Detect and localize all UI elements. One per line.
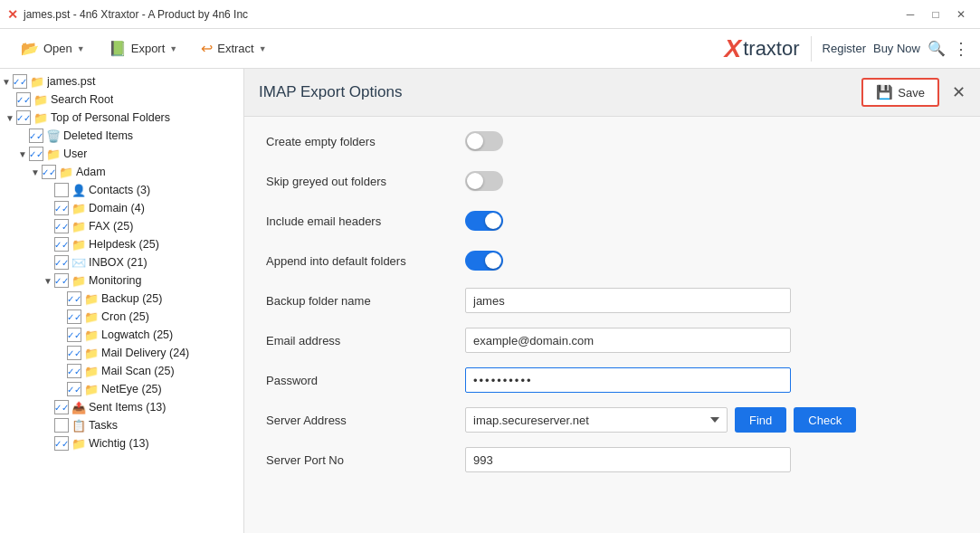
tree-item-label: Logwatch (25) (101, 328, 173, 341)
tree-item-label: Cron (25) (101, 310, 149, 323)
toggle-switch[interactable] (465, 211, 503, 231)
tree-item-label: FAX (25) (89, 220, 133, 233)
toggle-thumb (485, 213, 501, 229)
tree-item[interactable]: ✓📁NetEye (25) (0, 380, 243, 398)
tree-checkbox[interactable]: ✓ (67, 364, 81, 378)
tree-checkbox[interactable]: ✓ (67, 346, 81, 360)
form-label: Skip greyed out folders (266, 175, 465, 188)
tree-checkbox[interactable] (54, 183, 69, 197)
save-button[interactable]: 💾 Save (861, 78, 939, 107)
tree-item-label: User (63, 148, 87, 160)
register-link[interactable]: Register (823, 42, 866, 55)
toggle-switch[interactable] (465, 131, 503, 151)
folder-icon: 📁 (46, 148, 61, 161)
restore-button[interactable]: □ (924, 5, 947, 24)
tree-item[interactable]: 📋Tasks (0, 416, 243, 434)
form-label: Email address (266, 334, 465, 347)
expand-arrow[interactable]: ▼ (42, 276, 54, 286)
tree-item[interactable]: ✓📁Wichtig (13) (0, 434, 243, 452)
tree-checkbox[interactable]: ✓ (54, 273, 69, 288)
toggle-switch[interactable] (465, 171, 503, 191)
tree-item[interactable]: ✓📁Search Root (0, 90, 243, 109)
tree-checkbox[interactable]: ✓ (16, 92, 31, 107)
tree-checkbox[interactable]: ✓ (67, 309, 81, 324)
tree-item[interactable]: ✓📁Domain (4) (0, 199, 243, 217)
title-bar: ✕ james.pst - 4n6 Xtraxtor - A Product b… (0, 0, 980, 29)
form-row: Backup folder name (266, 287, 958, 314)
tree-item[interactable]: ✓📁Backup (25) (0, 290, 243, 308)
tree-checkbox[interactable]: ✓ (54, 219, 69, 233)
brand-x-letter: X (725, 34, 742, 63)
tree-checkbox[interactable]: ✓ (67, 328, 81, 342)
close-panel-button[interactable]: ✕ (952, 82, 966, 102)
sidebar: ▼✓📁james.pst✓📁Search Root▼✓📁Top of Perso… (0, 69, 244, 533)
tree-checkbox[interactable]: ✓ (54, 436, 69, 451)
export-button[interactable]: 📗 Export ▼ (99, 34, 188, 62)
tree-checkbox[interactable]: ✓ (54, 400, 69, 414)
extract-button[interactable]: ↩ Extract ▼ (191, 34, 276, 62)
tree-item[interactable]: ✓📁Cron (25) (0, 308, 243, 326)
form-control (465, 328, 958, 353)
tree-checkbox[interactable]: ✓ (29, 128, 43, 143)
search-button[interactable]: 🔍 (928, 40, 946, 57)
toggle-switch[interactable] (465, 251, 503, 271)
tree-item[interactable]: ▼✓📁Adam (0, 163, 243, 181)
expand-arrow[interactable]: ▼ (29, 167, 42, 177)
expand-arrow[interactable]: ▼ (0, 77, 13, 87)
text-input[interactable] (465, 288, 791, 313)
close-window-button[interactable]: ✕ (949, 5, 973, 24)
tree-item-label: Monitoring (89, 274, 141, 287)
buynow-link[interactable]: Buy Now (873, 42, 920, 55)
tree-checkbox[interactable]: ✓ (13, 74, 27, 89)
find-button[interactable]: Find (735, 407, 786, 433)
expand-arrow[interactable]: ▼ (16, 149, 29, 159)
tree-item-label: Backup (25) (101, 292, 162, 305)
form-area: Create empty foldersSkip greyed out fold… (244, 117, 980, 533)
tree-item[interactable]: ✓📁Mail Scan (25) (0, 362, 243, 380)
form-control (465, 171, 958, 191)
folder-icon: 📁 (71, 238, 86, 252)
password-input[interactable] (465, 367, 791, 393)
tree-checkbox[interactable]: ✓ (67, 291, 81, 306)
form-row: Create empty folders (266, 128, 958, 155)
tree-item-label: Sent Items (13) (89, 401, 166, 414)
tree-item[interactable]: ✓📁Mail Delivery (24) (0, 344, 243, 362)
expand-arrow[interactable]: ▼ (4, 113, 16, 123)
tree-checkbox[interactable]: ✓ (29, 147, 43, 161)
tree-item[interactable]: ✓📁Helpdesk (25) (0, 235, 243, 253)
tree-item-label: Helpdesk (25) (89, 238, 159, 251)
tree-checkbox[interactable]: ✓ (54, 255, 69, 270)
tree-item[interactable]: 👤Contacts (3) (0, 181, 243, 199)
tree-item[interactable]: ✓🗑️Deleted Items (0, 127, 243, 145)
more-options-button[interactable]: ⋮ (953, 39, 969, 59)
tree-item[interactable]: ✓📁Logwatch (25) (0, 326, 243, 344)
tree-checkbox[interactable]: ✓ (54, 237, 69, 252)
text-input[interactable] (465, 328, 791, 353)
server-address-select[interactable]: imap.secureserver.netimap.gmail.comimap.… (465, 407, 728, 433)
open-button[interactable]: 📂 Open ▼ (11, 34, 95, 62)
form-label: Append into default folders (266, 254, 465, 268)
export-label: Export (131, 42, 166, 55)
tree-item-label: Search Root (51, 93, 113, 106)
tree-item[interactable]: ▼✓📁Top of Personal Folders (0, 109, 243, 127)
toolbar: 📂 Open ▼ 📗 Export ▼ ↩ Extract ▼ X traxto… (0, 29, 980, 69)
extract-dropdown-arrow: ▼ (259, 44, 267, 53)
form-control (465, 367, 958, 393)
tree-item[interactable]: ▼✓📁User (0, 145, 243, 163)
text-input[interactable] (465, 447, 791, 472)
tree-item[interactable]: ✓✉️INBOX (21) (0, 253, 243, 271)
tree-item-label: Adam (76, 166, 106, 178)
tree-checkbox[interactable]: ✓ (54, 201, 69, 215)
tree-checkbox[interactable] (54, 418, 69, 433)
tree-checkbox[interactable]: ✓ (42, 165, 56, 179)
folder-icon: 🗑️ (46, 129, 61, 143)
tree-item[interactable]: ▼✓📁james.pst (0, 72, 243, 90)
tree-item[interactable]: ✓📁FAX (25) (0, 217, 243, 235)
form-label: Create empty folders (266, 135, 465, 148)
minimize-button[interactable]: ─ (899, 5, 922, 24)
tree-item[interactable]: ✓📤Sent Items (13) (0, 398, 243, 416)
tree-checkbox[interactable]: ✓ (16, 110, 31, 125)
tree-item[interactable]: ▼✓📁Monitoring (0, 271, 243, 290)
check-button[interactable]: Check (794, 407, 856, 433)
tree-checkbox[interactable]: ✓ (67, 382, 81, 396)
